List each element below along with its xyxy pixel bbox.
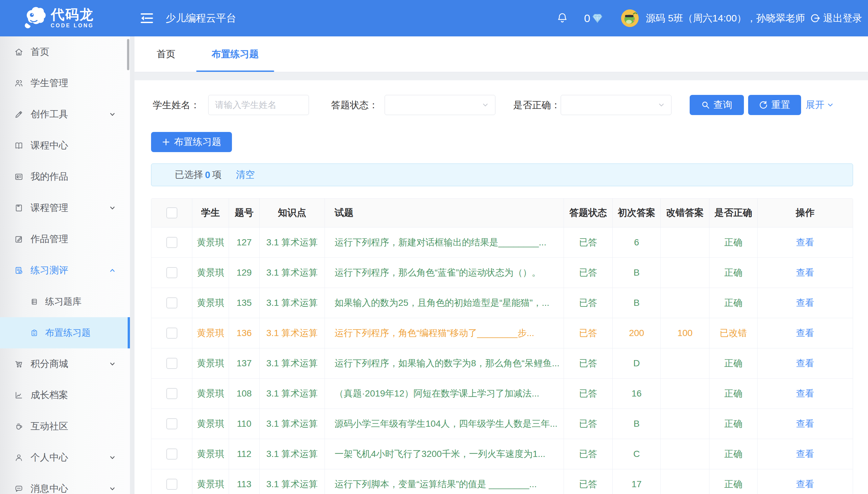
select-all-checkbox[interactable]: [166, 207, 177, 218]
row-checkbox[interactable]: [166, 267, 177, 278]
row-checkbox[interactable]: [166, 297, 177, 308]
cell-student: 黄景琪: [192, 439, 229, 469]
row-checkbox[interactable]: [166, 237, 177, 248]
view-link[interactable]: 查看: [796, 448, 814, 460]
cell-qid: 129: [229, 258, 260, 288]
sidebar-item-database[interactable]: 练习题库: [0, 286, 130, 317]
chevron-down-icon: [110, 455, 115, 460]
view-link[interactable]: 查看: [796, 478, 814, 490]
notification-bell-icon[interactable]: [556, 12, 569, 24]
row-checkbox[interactable]: [166, 358, 177, 369]
pen-icon: [14, 110, 23, 119]
sidebar-item-cup[interactable]: 互动社区: [0, 411, 130, 442]
topbar: 代码龙 CODE LONG 少儿编程云平台 0: [0, 0, 868, 36]
row-checkbox-cell: [151, 228, 192, 258]
sidebar-item-clipboard-check[interactable]: 练习测评: [0, 255, 130, 286]
view-link[interactable]: 查看: [796, 418, 814, 430]
view-link[interactable]: 查看: [796, 387, 814, 400]
sidebar: 首页 学生管理 创作工具 课程中心 我的作品 课程管理: [0, 36, 130, 494]
search-button[interactable]: 查询: [690, 95, 744, 115]
sidebar-item-assign[interactable]: 布置练习题: [0, 317, 130, 348]
sidebar-item-user[interactable]: 个人中心: [0, 442, 130, 473]
sidebar-item-edit[interactable]: 作品管理: [0, 224, 130, 255]
diamond-icon: [592, 12, 603, 24]
table-row: 黄景琪1083.1 算术运算（真题·2019年12）阿短在数学课上学习了加减法.…: [151, 378, 853, 408]
logout-label: 退出登录: [823, 12, 862, 25]
sidebar-scrollbar[interactable]: [127, 39, 129, 70]
sidebar-item-book[interactable]: 课程中心: [0, 130, 130, 161]
answer-status-select[interactable]: [384, 95, 495, 115]
logout-button[interactable]: 退出登录: [810, 0, 862, 36]
edit-icon: [14, 235, 23, 244]
row-checkbox-cell: [151, 469, 192, 494]
clipboard-check-icon: [14, 266, 23, 275]
cell-topic: 3.1 算术运算: [260, 318, 325, 348]
expand-link[interactable]: 展开: [806, 95, 833, 115]
cell-result: 正确: [709, 348, 757, 378]
tab-assign-exercises[interactable]: 布置练习题: [196, 36, 274, 72]
selected-count: 0: [205, 170, 210, 180]
answer-status-label: 答题状态：: [331, 95, 378, 115]
assign-exercises-button[interactable]: 布置练习题: [151, 132, 232, 152]
cell-topic: 3.1 算术运算: [260, 439, 325, 469]
row-checkbox[interactable]: [166, 328, 177, 339]
diamond-counter[interactable]: 0: [584, 0, 603, 36]
cell-question: 运行下列程序，新建对话框输出的结果是________...: [325, 228, 564, 258]
clear-selection-link[interactable]: 清空: [236, 168, 255, 182]
cell-first: B: [613, 258, 661, 288]
sidebar-item-label: 成长档案: [31, 389, 68, 402]
cell-qid: 135: [229, 288, 260, 318]
cell-student: 黄景琪: [192, 469, 229, 494]
view-link[interactable]: 查看: [796, 236, 814, 249]
cell-fixed: 100: [661, 318, 709, 348]
sidebar-item-chart[interactable]: 成长档案: [0, 380, 130, 411]
student-name-input[interactable]: [208, 95, 309, 115]
sidebar-item-label: 我的作品: [31, 170, 68, 183]
cell-actions: 查看: [757, 318, 853, 348]
sidebar-item-home[interactable]: 首页: [0, 36, 130, 68]
row-checkbox[interactable]: [166, 449, 177, 459]
content-panel: 学生姓名： 答题状态： 是否正确： 查询: [135, 80, 868, 494]
sidebar-item-cart[interactable]: 积分商城: [0, 348, 130, 380]
sidebar-item-message[interactable]: 消息中心: [0, 473, 130, 494]
sidebar-item-pen[interactable]: 创作工具: [0, 99, 130, 130]
row-checkbox[interactable]: [166, 388, 177, 399]
cell-actions: 查看: [757, 409, 853, 439]
cell-fixed: [661, 439, 709, 469]
cell-first: D: [613, 348, 661, 378]
cell-result: 正确: [709, 409, 757, 439]
cell-result: 正确: [709, 469, 757, 494]
view-link[interactable]: 查看: [796, 327, 814, 339]
chevron-down-icon: [482, 102, 489, 108]
chevron-down-icon: [110, 486, 115, 492]
user-avatar[interactable]: [621, 10, 639, 27]
is-correct-select[interactable]: [561, 95, 671, 115]
cell-student: 黄景琪: [192, 409, 229, 439]
view-link[interactable]: 查看: [796, 357, 814, 369]
sidebar-item-label: 练习题库: [45, 296, 81, 308]
row-checkbox[interactable]: [166, 418, 177, 429]
cell-question: 运行下列程序，那么角色“蓝雀”的运动状态为（）。: [325, 258, 564, 288]
assign-icon: [30, 329, 38, 337]
chart-icon: [14, 391, 23, 400]
cell-student: 黄景琪: [192, 258, 229, 288]
column-header: 试题: [325, 198, 564, 227]
cell-fixed: [661, 258, 709, 288]
sidebar-item-course[interactable]: 课程管理: [0, 192, 130, 224]
message-icon: [14, 484, 23, 493]
view-link[interactable]: 查看: [796, 266, 814, 279]
sidebar-item-card[interactable]: 我的作品: [0, 161, 130, 192]
sidebar-item-students[interactable]: 学生管理: [0, 68, 130, 99]
logo-title: 代码龙: [51, 7, 94, 22]
exercises-table: 学生题号知识点试题答题状态初次答案改错答案是否正确操作 黄景琪1273.1 算术…: [151, 198, 853, 494]
view-link[interactable]: 查看: [796, 297, 814, 309]
cell-qid: 136: [229, 318, 260, 348]
reset-button[interactable]: 重置: [748, 95, 801, 115]
table-row: 黄景琪1133.1 算术运算运行下列脚本，变量“运算结果”的值是 _______…: [151, 469, 853, 494]
plus-icon: [162, 138, 170, 146]
table-row: 黄景琪1273.1 算术运算运行下列程序，新建对话框输出的结果是________…: [151, 227, 853, 258]
sidebar-collapse-icon[interactable]: [140, 12, 154, 25]
row-checkbox[interactable]: [166, 479, 177, 490]
chevron-up-icon: [110, 267, 115, 273]
tab-home[interactable]: 首页: [141, 36, 191, 72]
